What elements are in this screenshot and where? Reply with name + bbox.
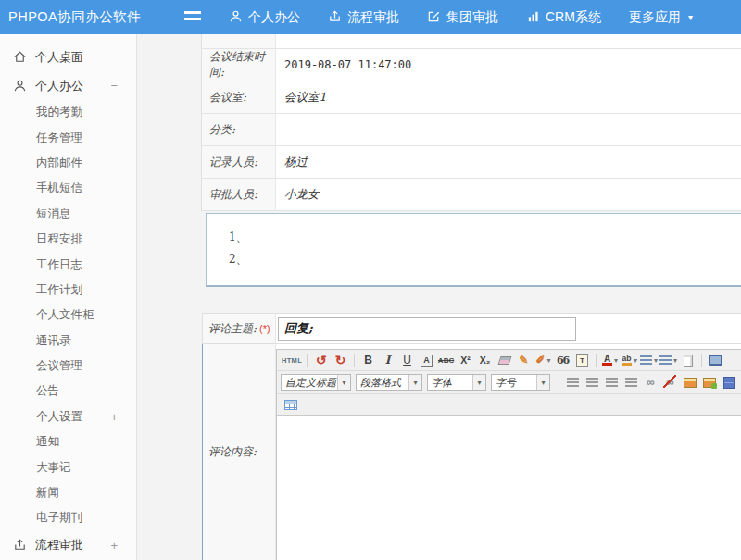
paint-icon: ✐ — [535, 354, 545, 367]
font-family-select[interactable]: 字体 ▾ — [427, 374, 486, 391]
align-left-button[interactable] — [564, 374, 582, 391]
row-value: 杨过 — [284, 155, 308, 170]
strikethrough-button[interactable]: ABC — [437, 352, 455, 368]
insert-link-button[interactable]: ∞ — [642, 374, 659, 391]
sidebar-item-personal-desktop[interactable]: 个人桌面 — [0, 43, 136, 71]
hamburger-menu-icon[interactable] — [184, 11, 201, 23]
sidebar-item-task-management[interactable]: 任务管理 — [0, 125, 136, 150]
nav-workflow-approval[interactable]: 流程审批 — [328, 9, 399, 26]
paste-plain-text-button[interactable]: T — [573, 352, 591, 368]
sidebar-item-work-plan[interactable]: 工作计划 — [0, 278, 136, 303]
sidebar-item-announcement[interactable]: 公告 — [0, 379, 136, 404]
nav-label: 个人办公 — [248, 9, 300, 26]
subscript-button[interactable]: X₂ — [476, 352, 494, 368]
expand-icon[interactable]: + — [110, 410, 118, 424]
nav-group-approval[interactable]: 集团审批 — [427, 9, 498, 26]
unordered-list-icon — [659, 355, 672, 365]
row-label: 记录人员: — [209, 155, 257, 170]
nav-crm-system[interactable]: CRM系统 — [526, 9, 601, 26]
align-center-button[interactable] — [584, 374, 601, 391]
paragraph-format-select[interactable]: 段落格式 ▾ — [356, 374, 422, 391]
collapse-icon[interactable]: − — [110, 79, 118, 93]
comment-form-table: 评论主题: (*) 评论内容: HTML ↺ ↻ — [202, 313, 741, 560]
heading-select[interactable]: 自定义标题 ▾ — [281, 374, 351, 391]
sidebar-item-my-attendance[interactable]: 我的考勤 — [0, 100, 136, 125]
align-right-button[interactable] — [603, 374, 621, 391]
ordered-list-button[interactable]: ▾ — [640, 352, 658, 368]
blank-page-icon — [684, 355, 693, 367]
remove-link-button[interactable]: ∞ — [661, 374, 679, 391]
italic-button[interactable]: I — [379, 352, 396, 368]
highlight-icon: ab — [622, 355, 632, 366]
ordered-list-icon — [640, 355, 652, 365]
chevron-down-icon: ▾ — [688, 12, 693, 22]
sidebar-item-major-events[interactable]: 大事记 — [0, 454, 136, 479]
superscript-button[interactable]: X² — [457, 352, 474, 368]
insert-image-button[interactable] — [681, 374, 698, 391]
meeting-content-box: 1、 2、 — [206, 213, 741, 287]
rich-text-editor: HTML ↺ ↻ B I U A ABC X² X₂ ✎ — [276, 349, 741, 560]
table-row-recorder: 记录人员: 杨过 — [202, 146, 741, 179]
new-document-button[interactable] — [679, 352, 697, 368]
sidebar-item-workflow-approval[interactable]: 流程审批 + — [0, 531, 136, 560]
editor-content-area[interactable] — [277, 416, 741, 560]
flow-upload-icon — [13, 538, 28, 553]
blockquote-button[interactable]: 66 — [554, 352, 571, 368]
sidebar-item-short-message[interactable]: 短消息 — [0, 202, 136, 227]
fill-color-button[interactable]: ✐▾ — [534, 352, 552, 368]
editor-toolbar-row-2: 自定义标题 ▾ 段落格式 ▾ 字体 ▾ 字号 ▾ — [277, 371, 741, 394]
sidebar-item-label: 个人办公 — [35, 78, 83, 94]
remove-format-button[interactable] — [496, 352, 513, 368]
sidebar-item-contacts[interactable]: 通讯录 — [0, 329, 136, 354]
sidebar-item-news[interactable]: 新闻 — [0, 480, 136, 505]
row-value: 会议室1 — [284, 90, 326, 106]
toolbar-separator — [596, 354, 597, 367]
comment-subject-input[interactable] — [278, 317, 576, 341]
sidebar-item-internal-mail[interactable]: 内部邮件 — [0, 151, 136, 176]
nav-label: 更多应用 — [629, 9, 681, 26]
sidebar-item-sms[interactable]: 手机短信 — [0, 176, 136, 201]
sidebar-item-personal-settings[interactable]: 个人设置 + — [0, 404, 136, 429]
font-color-button[interactable]: A ▾ — [601, 352, 619, 368]
nav-more-apps[interactable]: 更多应用 ▾ — [629, 9, 693, 26]
justify-button[interactable] — [622, 374, 640, 391]
sidebar-item-meeting-management[interactable]: 会议管理 — [0, 354, 136, 379]
required-mark: (*) — [259, 323, 270, 334]
comment-subject-row: 评论主题: (*) — [202, 313, 741, 344]
person-icon — [229, 9, 243, 26]
content-line: 2、 — [229, 248, 741, 270]
bar-chart-icon — [526, 9, 540, 26]
chevron-down-icon: ▾ — [472, 375, 485, 390]
html-source-button[interactable]: HTML — [282, 352, 302, 368]
chevron-down-icon: ▾ — [536, 375, 549, 390]
expand-icon[interactable]: + — [110, 539, 118, 553]
undo-button[interactable]: ↺ — [312, 352, 330, 368]
insert-flash-button[interactable] — [700, 374, 718, 391]
insert-table-button[interactable] — [282, 396, 299, 413]
font-name-button[interactable]: A — [418, 352, 435, 368]
font-size-select[interactable]: 字号 ▾ — [491, 374, 550, 391]
fullscreen-button[interactable] — [707, 352, 724, 368]
font-color-icon: A — [602, 355, 612, 366]
chevron-down-icon: ▾ — [654, 356, 658, 365]
sidebar-item-e-journal[interactable]: 电子期刊 — [0, 505, 136, 530]
sidebar-item-work-log[interactable]: 工作日志 — [0, 252, 136, 277]
sidebar-item-personal-office[interactable]: 个人办公 − — [0, 71, 136, 100]
bold-button[interactable]: B — [359, 352, 377, 368]
unordered-list-button[interactable]: ▾ — [659, 352, 677, 368]
nav-personal-office[interactable]: 个人办公 — [229, 9, 300, 26]
insert-media-button[interactable] — [720, 374, 737, 391]
sidebar-item-personal-files[interactable]: 个人文件柜 — [0, 303, 136, 328]
app-brand: PHPOA协同办公软件 — [0, 8, 171, 26]
align-left-icon — [567, 378, 579, 387]
redo-button[interactable]: ↻ — [332, 352, 349, 368]
underline-button[interactable]: U — [398, 352, 416, 368]
sidebar-item-notice[interactable]: 通知 — [0, 429, 136, 454]
comment-subject-label: 评论主题: — [208, 321, 257, 337]
highlight-color-button[interactable]: ab ▾ — [621, 352, 638, 368]
sidebar-item-schedule[interactable]: 日程安排 — [0, 227, 136, 252]
justify-icon — [625, 378, 637, 387]
format-brush-button[interactable]: ✎ — [515, 352, 533, 368]
row-label: 会议室: — [209, 90, 246, 106]
sidebar-item-label: 个人桌面 — [35, 49, 83, 66]
